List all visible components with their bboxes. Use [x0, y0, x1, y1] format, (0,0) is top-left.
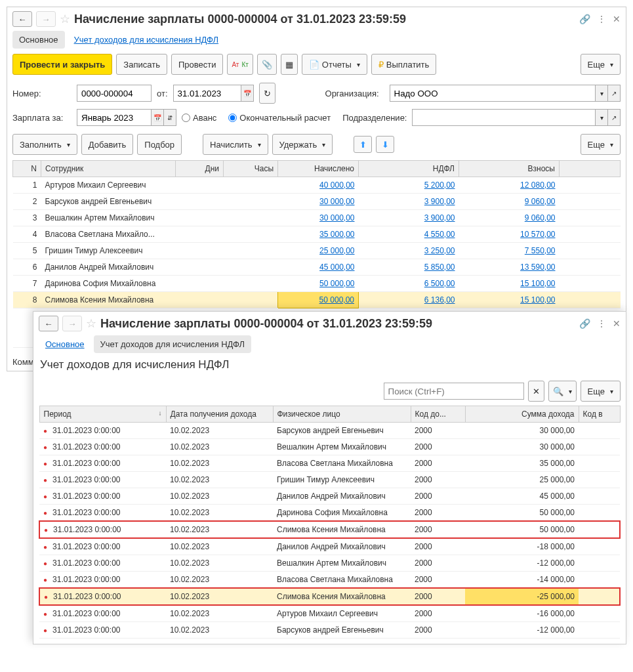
dtkt-button[interactable]: АтКт [227, 54, 253, 75]
kebab-menu-icon-2[interactable]: ⋮ [597, 318, 606, 329]
close-icon[interactable]: ✕ [613, 14, 621, 24]
cell-contrib[interactable]: 15 100,00 [459, 276, 560, 292]
col-person[interactable]: Физическое лицо [273, 406, 411, 423]
select-button[interactable]: Подбор [137, 134, 182, 155]
cell-accrued[interactable]: 35 000,00 [278, 226, 359, 243]
col-ndfl[interactable]: НДФЛ [359, 161, 459, 177]
col-period[interactable]: Период↓ [39, 406, 166, 423]
table-row[interactable]: ●31.01.2023 0:00:00 10.02.2023 Слимова К… [39, 521, 620, 538]
cell-accrued[interactable]: 50 000,00 [278, 276, 359, 292]
cell-ndfl[interactable]: 3 900,00 [359, 210, 459, 226]
period-cal-icon[interactable]: 📅 [152, 109, 164, 126]
cell-accrued[interactable]: 45 000,00 [278, 259, 359, 276]
cell-ndfl[interactable]: 4 550,00 [359, 226, 459, 243]
table-row[interactable]: 7 Даринова София Михайловна 50 000,00 6 … [13, 276, 621, 292]
table-row[interactable]: ●31.01.2023 0:00:00 10.02.2023 Даринова … [39, 505, 620, 522]
cell-contrib[interactable]: 9 060,00 [459, 194, 560, 210]
col-extra[interactable] [560, 161, 621, 177]
table-row[interactable]: 4 Власова Светлана Михайло... 35 000,00 … [13, 226, 621, 243]
refresh-icon[interactable]: ↻ [259, 83, 276, 104]
table-row[interactable]: 3 Вешалкин Артем Михайлович 30 000,00 3 … [13, 210, 621, 226]
tab-ndfl[interactable]: Учет доходов для исчисления НДФЛ [68, 31, 225, 49]
table-row[interactable]: 2 Барсуков андрей Евгеньевич 30 000,00 3… [13, 194, 621, 210]
cell-ndfl[interactable]: 6 136,00 [359, 292, 459, 308]
table-row[interactable]: ●31.01.2023 0:00:00 10.02.2023 Власова С… [39, 572, 620, 589]
table-more-button[interactable]: Еще [581, 134, 621, 155]
favorite-star-icon-2[interactable]: ☆ [86, 316, 96, 331]
forward-button-2[interactable]: → [62, 316, 82, 331]
cell-contrib[interactable]: 12 080,00 [459, 177, 560, 194]
dept-open-icon[interactable]: ↗ [608, 109, 621, 126]
tab-ndfl-2[interactable]: Учет доходов для исчисления НДФЛ [94, 335, 251, 353]
col-accrued[interactable]: Начислено [278, 161, 359, 177]
cell-contrib[interactable]: 15 100,00 [459, 292, 560, 308]
dept-dropdown-icon[interactable]: ▾ [596, 109, 608, 126]
table-row[interactable]: 6 Данилов Андрей Михайлович 45 000,00 5 … [13, 259, 621, 276]
write-button[interactable]: Записать [116, 54, 167, 75]
col-code[interactable]: Код до... [411, 406, 465, 423]
more-button-2[interactable]: Еще [581, 381, 621, 402]
col-code2[interactable]: Код в [579, 406, 620, 423]
date-input[interactable] [173, 85, 241, 102]
table-row[interactable]: ●31.01.2023 0:00:00 10.02.2023 Данилов А… [39, 538, 620, 555]
close-icon-2[interactable]: ✕ [613, 318, 621, 329]
org-dropdown-icon[interactable]: ▾ [596, 85, 608, 102]
move-up-button[interactable]: ⬆ [354, 136, 372, 153]
search-input[interactable] [384, 383, 524, 400]
col-employee[interactable]: Сотрудник [41, 161, 176, 177]
col-amount[interactable]: Сумма дохода [465, 406, 579, 423]
col-hours[interactable]: Часы [224, 161, 278, 177]
forward-button[interactable]: → [36, 11, 56, 27]
table-row[interactable]: ●31.01.2023 0:00:00 10.02.2023 Слимова К… [39, 588, 620, 605]
cell-contrib[interactable]: 10 570,00 [459, 226, 560, 243]
tab-main-2[interactable]: Основное [39, 335, 91, 353]
search-options-button[interactable]: 🔍 [548, 381, 577, 402]
table-row[interactable]: ●31.01.2023 0:00:00 10.02.2023 Власова С… [39, 455, 620, 472]
table-row[interactable]: ●31.01.2023 0:00:00 10.02.2023 Данилов А… [39, 488, 620, 505]
cell-accrued[interactable]: 30 000,00 [278, 194, 359, 210]
col-contrib[interactable]: Взносы [459, 161, 560, 177]
tab-main[interactable]: Основное [12, 31, 65, 49]
withhold-button[interactable]: Удержать [272, 134, 333, 155]
attach-button[interactable]: 📎 [257, 54, 277, 75]
structure-button[interactable]: ▦ [281, 54, 298, 75]
cell-ndfl[interactable]: 5 200,00 [359, 177, 459, 194]
period-spin-icon[interactable]: ⇵ [164, 109, 176, 126]
reports-button[interactable]: 📄 Отчеты [302, 54, 367, 75]
table-row[interactable]: ●31.01.2023 0:00:00 10.02.2023 Вешалкин … [39, 439, 620, 455]
cell-accrued[interactable]: 40 000,00 [278, 177, 359, 194]
cell-accrued[interactable]: 50 000,00 [278, 292, 359, 308]
post-and-close-button[interactable]: Провести и закрыть [12, 54, 112, 75]
table-row[interactable]: ●31.01.2023 0:00:00 10.02.2023 Артуров М… [39, 605, 620, 622]
accrue-button[interactable]: Начислить [203, 134, 268, 155]
back-button[interactable]: ← [12, 11, 32, 27]
cell-contrib[interactable]: 7 550,00 [459, 243, 560, 259]
more-button[interactable]: Еще [581, 54, 621, 75]
col-n[interactable]: N [13, 161, 41, 177]
cell-contrib[interactable]: 13 590,00 [459, 259, 560, 276]
table-row[interactable]: 8 Слимова Ксения Михайловна 50 000,00 6 … [13, 292, 621, 308]
number-input[interactable] [77, 85, 152, 102]
back-button-2[interactable]: ← [39, 316, 58, 331]
table-row[interactable]: ●31.01.2023 0:00:00 10.02.2023 Гришин Ти… [39, 472, 620, 488]
link-icon-2[interactable]: 🔗 [579, 318, 590, 329]
post-button[interactable]: Провести [171, 54, 224, 75]
cell-ndfl[interactable]: 3 900,00 [359, 194, 459, 210]
table-row[interactable]: ●31.01.2023 0:00:00 10.02.2023 Барсуков … [39, 622, 620, 639]
advance-radio[interactable]: Аванс [182, 113, 216, 123]
cell-ndfl[interactable]: 3 250,00 [359, 243, 459, 259]
link-icon[interactable]: 🔗 [579, 14, 590, 24]
table-row[interactable]: 5 Гришин Тимур Алексеевич 25 000,00 3 25… [13, 243, 621, 259]
table-row[interactable]: ●31.01.2023 0:00:00 10.02.2023 Барсуков … [39, 423, 620, 439]
table-row[interactable]: 1 Артуров Михаил Сергеевич 40 000,00 5 2… [13, 177, 621, 194]
org-input[interactable] [390, 85, 596, 102]
col-income-date[interactable]: Дата получения дохода [166, 406, 273, 423]
cell-ndfl[interactable]: 5 850,00 [359, 259, 459, 276]
dept-input[interactable] [412, 109, 596, 126]
final-radio[interactable]: Окончательный расчет [228, 113, 331, 123]
move-down-button[interactable]: ⬇ [376, 136, 394, 153]
col-days[interactable]: Дни [176, 161, 224, 177]
cell-accrued[interactable]: 30 000,00 [278, 210, 359, 226]
org-open-icon[interactable]: ↗ [608, 85, 621, 102]
kebab-menu-icon[interactable]: ⋮ [597, 14, 606, 24]
